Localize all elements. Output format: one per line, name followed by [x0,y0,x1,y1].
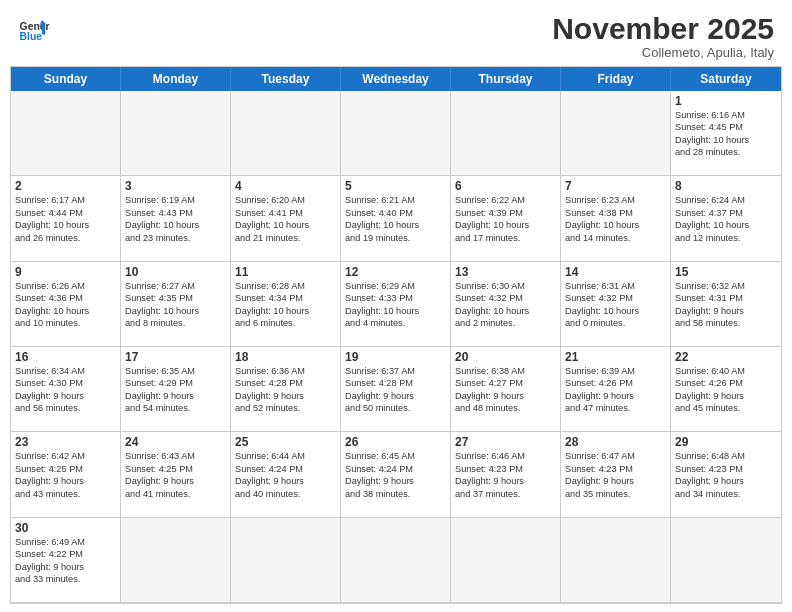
calendar-empty [121,518,231,603]
day-number: 30 [15,521,116,535]
day-number: 26 [345,435,446,449]
day-info: Sunrise: 6:20 AM Sunset: 4:41 PM Dayligh… [235,194,336,244]
calendar-empty [341,518,451,603]
day-number: 19 [345,350,446,364]
day-number: 12 [345,265,446,279]
month-title: November 2025 [552,12,774,45]
day-number: 16 [15,350,116,364]
calendar-empty [231,91,341,176]
day-number: 9 [15,265,116,279]
calendar-day-4: 4Sunrise: 6:20 AM Sunset: 4:41 PM Daylig… [231,176,341,261]
day-number: 22 [675,350,777,364]
day-number: 28 [565,435,666,449]
day-info: Sunrise: 6:47 AM Sunset: 4:23 PM Dayligh… [565,450,666,500]
calendar-day-9: 9Sunrise: 6:26 AM Sunset: 4:36 PM Daylig… [11,262,121,347]
calendar-day-29: 29Sunrise: 6:48 AM Sunset: 4:23 PM Dayli… [671,432,781,517]
calendar-day-27: 27Sunrise: 6:46 AM Sunset: 4:23 PM Dayli… [451,432,561,517]
day-info: Sunrise: 6:39 AM Sunset: 4:26 PM Dayligh… [565,365,666,415]
day-header-saturday: Saturday [671,67,781,91]
calendar-empty [11,91,121,176]
calendar-day-7: 7Sunrise: 6:23 AM Sunset: 4:38 PM Daylig… [561,176,671,261]
day-info: Sunrise: 6:22 AM Sunset: 4:39 PM Dayligh… [455,194,556,244]
calendar-day-8: 8Sunrise: 6:24 AM Sunset: 4:37 PM Daylig… [671,176,781,261]
day-info: Sunrise: 6:21 AM Sunset: 4:40 PM Dayligh… [345,194,446,244]
svg-text:Blue: Blue [20,31,43,42]
day-number: 2 [15,179,116,193]
day-info: Sunrise: 6:43 AM Sunset: 4:25 PM Dayligh… [125,450,226,500]
calendar-day-23: 23Sunrise: 6:42 AM Sunset: 4:25 PM Dayli… [11,432,121,517]
calendar-day-18: 18Sunrise: 6:36 AM Sunset: 4:28 PM Dayli… [231,347,341,432]
calendar-day-3: 3Sunrise: 6:19 AM Sunset: 4:43 PM Daylig… [121,176,231,261]
calendar-grid: 1Sunrise: 6:16 AM Sunset: 4:45 PM Daylig… [11,91,781,603]
day-info: Sunrise: 6:34 AM Sunset: 4:30 PM Dayligh… [15,365,116,415]
calendar-empty [561,91,671,176]
day-number: 3 [125,179,226,193]
calendar-day-14: 14Sunrise: 6:31 AM Sunset: 4:32 PM Dayli… [561,262,671,347]
day-number: 14 [565,265,666,279]
day-number: 11 [235,265,336,279]
day-info: Sunrise: 6:38 AM Sunset: 4:27 PM Dayligh… [455,365,556,415]
day-number: 21 [565,350,666,364]
day-number: 23 [15,435,116,449]
day-number: 25 [235,435,336,449]
calendar-day-11: 11Sunrise: 6:28 AM Sunset: 4:34 PM Dayli… [231,262,341,347]
day-number: 13 [455,265,556,279]
day-info: Sunrise: 6:42 AM Sunset: 4:25 PM Dayligh… [15,450,116,500]
day-info: Sunrise: 6:48 AM Sunset: 4:23 PM Dayligh… [675,450,777,500]
calendar-day-2: 2Sunrise: 6:17 AM Sunset: 4:44 PM Daylig… [11,176,121,261]
calendar-day-13: 13Sunrise: 6:30 AM Sunset: 4:32 PM Dayli… [451,262,561,347]
calendar-day-1: 1Sunrise: 6:16 AM Sunset: 4:45 PM Daylig… [671,91,781,176]
day-info: Sunrise: 6:30 AM Sunset: 4:32 PM Dayligh… [455,280,556,330]
day-info: Sunrise: 6:29 AM Sunset: 4:33 PM Dayligh… [345,280,446,330]
calendar-empty [671,518,781,603]
day-number: 20 [455,350,556,364]
calendar-day-15: 15Sunrise: 6:32 AM Sunset: 4:31 PM Dayli… [671,262,781,347]
day-header-monday: Monday [121,67,231,91]
day-number: 5 [345,179,446,193]
day-info: Sunrise: 6:23 AM Sunset: 4:38 PM Dayligh… [565,194,666,244]
day-number: 18 [235,350,336,364]
calendar-day-22: 22Sunrise: 6:40 AM Sunset: 4:26 PM Dayli… [671,347,781,432]
day-number: 6 [455,179,556,193]
day-number: 4 [235,179,336,193]
day-info: Sunrise: 6:31 AM Sunset: 4:32 PM Dayligh… [565,280,666,330]
calendar-day-20: 20Sunrise: 6:38 AM Sunset: 4:27 PM Dayli… [451,347,561,432]
day-header-tuesday: Tuesday [231,67,341,91]
calendar-day-6: 6Sunrise: 6:22 AM Sunset: 4:39 PM Daylig… [451,176,561,261]
day-header-friday: Friday [561,67,671,91]
day-info: Sunrise: 6:24 AM Sunset: 4:37 PM Dayligh… [675,194,777,244]
calendar-day-25: 25Sunrise: 6:44 AM Sunset: 4:24 PM Dayli… [231,432,341,517]
day-info: Sunrise: 6:19 AM Sunset: 4:43 PM Dayligh… [125,194,226,244]
calendar-day-28: 28Sunrise: 6:47 AM Sunset: 4:23 PM Dayli… [561,432,671,517]
day-header-thursday: Thursday [451,67,561,91]
calendar-day-5: 5Sunrise: 6:21 AM Sunset: 4:40 PM Daylig… [341,176,451,261]
day-info: Sunrise: 6:35 AM Sunset: 4:29 PM Dayligh… [125,365,226,415]
day-headers: SundayMondayTuesdayWednesdayThursdayFrid… [11,67,781,91]
day-info: Sunrise: 6:27 AM Sunset: 4:35 PM Dayligh… [125,280,226,330]
title-area: November 2025 Collemeto, Apulia, Italy [552,12,774,60]
day-number: 7 [565,179,666,193]
calendar-empty [451,518,561,603]
logo: General Blue [18,12,50,44]
day-header-wednesday: Wednesday [341,67,451,91]
subtitle: Collemeto, Apulia, Italy [552,45,774,60]
day-info: Sunrise: 6:40 AM Sunset: 4:26 PM Dayligh… [675,365,777,415]
calendar-empty [231,518,341,603]
day-number: 15 [675,265,777,279]
calendar-day-10: 10Sunrise: 6:27 AM Sunset: 4:35 PM Dayli… [121,262,231,347]
day-info: Sunrise: 6:49 AM Sunset: 4:22 PM Dayligh… [15,536,116,586]
day-info: Sunrise: 6:45 AM Sunset: 4:24 PM Dayligh… [345,450,446,500]
day-info: Sunrise: 6:26 AM Sunset: 4:36 PM Dayligh… [15,280,116,330]
calendar-day-21: 21Sunrise: 6:39 AM Sunset: 4:26 PM Dayli… [561,347,671,432]
day-number: 17 [125,350,226,364]
logo-icon: General Blue [18,12,50,44]
day-info: Sunrise: 6:32 AM Sunset: 4:31 PM Dayligh… [675,280,777,330]
day-info: Sunrise: 6:44 AM Sunset: 4:24 PM Dayligh… [235,450,336,500]
day-number: 24 [125,435,226,449]
day-number: 27 [455,435,556,449]
day-number: 8 [675,179,777,193]
day-info: Sunrise: 6:16 AM Sunset: 4:45 PM Dayligh… [675,109,777,159]
day-info: Sunrise: 6:17 AM Sunset: 4:44 PM Dayligh… [15,194,116,244]
calendar-day-30: 30Sunrise: 6:49 AM Sunset: 4:22 PM Dayli… [11,518,121,603]
calendar-day-19: 19Sunrise: 6:37 AM Sunset: 4:28 PM Dayli… [341,347,451,432]
